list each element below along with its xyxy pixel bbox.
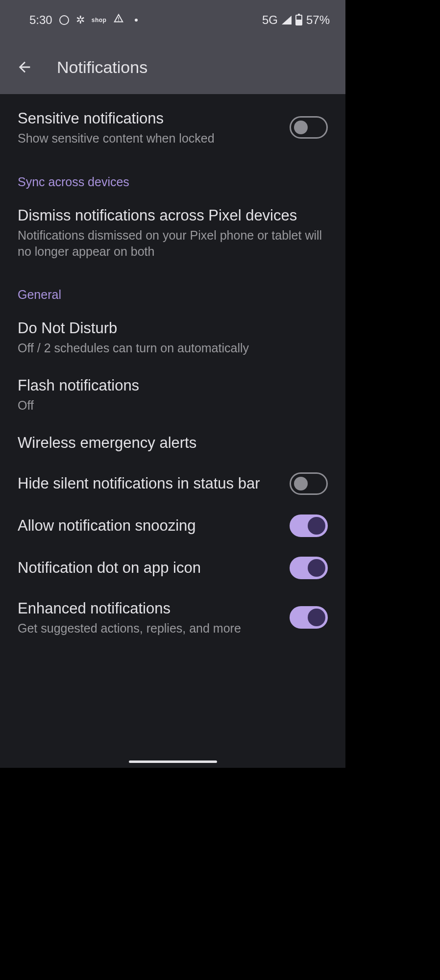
setting-title: Allow notification snoozing <box>18 516 280 536</box>
status-time: 5:30 <box>29 13 52 27</box>
toggle-sensitive[interactable] <box>290 116 328 139</box>
battery-percent: 57% <box>306 13 330 27</box>
setting-title: Hide silent notifications in status bar <box>18 474 280 493</box>
setting-title: Do Not Disturb <box>18 318 328 338</box>
svg-text:!: ! <box>118 17 120 22</box>
app-bar: Notifications <box>0 40 345 94</box>
signal-icon <box>282 16 292 24</box>
toggle-hide-silent[interactable] <box>290 472 328 495</box>
shop-icon: shop <box>92 17 107 24</box>
setting-title: Notification dot on app icon <box>18 558 280 578</box>
setting-title: Enhanced notifications <box>18 599 280 618</box>
setting-dismiss-across-devices[interactable]: Dismiss notifications across Pixel devic… <box>18 196 328 269</box>
toggle-enhanced[interactable] <box>290 606 328 629</box>
setting-snoozing[interactable]: Allow notification snoozing <box>18 505 328 547</box>
setting-do-not-disturb[interactable]: Do Not Disturb Off / 2 schedules can tur… <box>18 309 328 366</box>
setting-subtitle: Notifications dismissed on your Pixel ph… <box>18 227 328 259</box>
setting-title: Dismiss notifications across Pixel devic… <box>18 206 328 225</box>
section-header-sync: Sync across devices <box>18 156 328 196</box>
setting-flash-notifications[interactable]: Flash notifications Off <box>18 366 328 423</box>
section-header-general: General <box>18 269 328 309</box>
setting-wireless-emergency-alerts[interactable]: Wireless emergency alerts <box>18 423 328 463</box>
page-title: Notifications <box>57 58 147 77</box>
navigation-handle[interactable] <box>129 760 217 763</box>
notification-dot-icon <box>135 19 138 22</box>
status-bar: 5:30 ✲ shop ! 5G 57% <box>0 0 345 40</box>
toggle-snoozing[interactable] <box>290 514 328 537</box>
arrow-left-icon <box>16 59 33 75</box>
back-button[interactable] <box>15 57 34 77</box>
setting-subtitle: Off <box>18 397 328 414</box>
app-icon-1: ✲ <box>76 15 85 25</box>
setting-title: Sensitive notifications <box>18 109 280 128</box>
setting-enhanced-notifications[interactable]: Enhanced notifications Get suggested act… <box>18 589 328 646</box>
circle-icon <box>59 15 69 25</box>
battery-icon <box>295 15 302 25</box>
setting-subtitle: Show sensitive content when locked <box>18 130 280 147</box>
setting-title: Wireless emergency alerts <box>18 433 328 453</box>
network-label: 5G <box>262 13 278 27</box>
setting-subtitle: Off / 2 schedules can turn on automatica… <box>18 340 328 356</box>
setting-subtitle: Get suggested actions, replies, and more <box>18 620 280 637</box>
setting-sensitive-notifications[interactable]: Sensitive notifications Show sensitive c… <box>18 99 328 156</box>
toggle-notification-dot[interactable] <box>290 557 328 579</box>
setting-hide-silent[interactable]: Hide silent notifications in status bar <box>18 463 328 505</box>
setting-notification-dot[interactable]: Notification dot on app icon <box>18 547 328 589</box>
triangle-icon: ! <box>113 13 124 27</box>
setting-title: Flash notifications <box>18 376 328 395</box>
